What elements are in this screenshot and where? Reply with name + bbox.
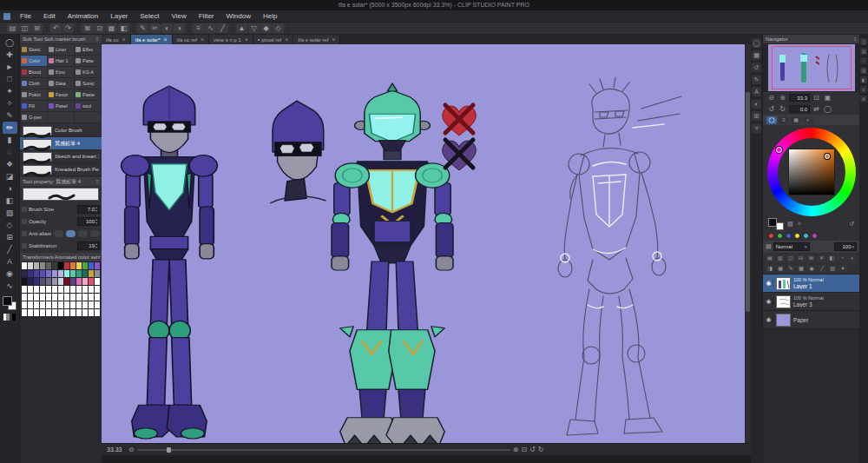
color-swatch[interactable] xyxy=(28,301,33,308)
layer-visibility-icon[interactable]: ◉ xyxy=(765,298,773,305)
blend-tool[interactable]: ◑ xyxy=(3,182,17,195)
nav-zoom-in-icon[interactable]: ⊕ xyxy=(778,94,787,102)
menu-help[interactable]: Help xyxy=(257,10,283,22)
nav-rotate-right-icon[interactable]: ↻ xyxy=(778,105,787,113)
color-swatch[interactable] xyxy=(58,309,63,316)
history-panel-icon[interactable]: ↺ xyxy=(752,63,761,72)
subtool-effec[interactable]: Effec xyxy=(75,44,101,55)
operation-tool[interactable]: ► xyxy=(3,61,17,73)
color-swatch[interactable] xyxy=(64,262,69,269)
fit-to-screen-icon[interactable]: ⊡ xyxy=(521,445,527,455)
swatch-panel-tab-icon[interactable]: ◧ xyxy=(860,76,867,83)
color-swatch[interactable] xyxy=(28,294,33,301)
layer-row[interactable]: ◉100 % NormalLayer 3 xyxy=(763,293,859,311)
color-swatch[interactable] xyxy=(89,270,94,277)
color-swatch[interactable] xyxy=(70,262,76,269)
nav-actual-size-icon[interactable]: ▣ xyxy=(823,94,832,102)
menu-window[interactable]: Window xyxy=(220,10,257,22)
color-swatch[interactable] xyxy=(70,278,76,285)
subtool-pasel[interactable]: Pasel xyxy=(48,101,74,111)
zoom-tool[interactable]: ◯ xyxy=(3,36,17,49)
subtool-liner[interactable]: Liner xyxy=(48,44,74,55)
subtool-cloth[interactable]: Cloth xyxy=(21,78,47,89)
ruler-tool[interactable]: ╱ xyxy=(3,243,17,255)
color-swatch[interactable] xyxy=(58,270,63,277)
color-swatch[interactable] xyxy=(64,294,69,301)
color-swatch[interactable] xyxy=(89,301,94,308)
color-panel-tab-icon[interactable]: ▧ xyxy=(860,67,867,74)
scrollbar-thumb[interactable] xyxy=(746,92,750,311)
color-swatch[interactable] xyxy=(52,270,57,277)
subtool-patte[interactable]: Patte xyxy=(75,56,101,66)
color-history-swatch[interactable] xyxy=(812,233,818,239)
reselect-icon[interactable]: ⊡ xyxy=(94,23,105,33)
subtool-data[interactable]: Data xyxy=(48,78,74,89)
color-swatch[interactable] xyxy=(82,309,88,316)
pen-mode-icon[interactable]: ✎ xyxy=(137,23,148,33)
gradient-tool[interactable]: ▨ xyxy=(3,207,17,219)
color-swatch[interactable] xyxy=(89,309,94,316)
layer-thumbnail[interactable] xyxy=(776,314,791,327)
color-swatch[interactable] xyxy=(34,262,39,269)
anti-aliasing-option[interactable] xyxy=(78,230,88,237)
anti-aliasing-option[interactable] xyxy=(66,230,76,237)
list-panel-icon[interactable]: ≡ xyxy=(752,123,761,133)
color-swatch[interactable] xyxy=(22,309,27,316)
color-swatch[interactable] xyxy=(76,278,82,285)
reference-layer-icon[interactable]: ▦ xyxy=(776,265,785,273)
navigator-tab[interactable]: Navigator xyxy=(766,35,788,43)
color-wheel[interactable] xyxy=(767,128,856,216)
color-swatch[interactable] xyxy=(76,262,82,269)
blend-mode-select[interactable]: Normal ▾ xyxy=(773,242,810,251)
tone-panel-icon[interactable]: ◐ xyxy=(752,99,761,109)
color-swatch[interactable] xyxy=(28,270,33,277)
nav-rotate-left-icon[interactable]: ↺ xyxy=(766,105,776,113)
delete-layer-icon[interactable]: ✕ xyxy=(817,255,825,262)
color-swatch[interactable] xyxy=(28,262,33,269)
layer-row[interactable]: ◉Paper xyxy=(763,311,859,329)
subtool-sonic[interactable]: Sonic xyxy=(75,78,101,89)
color-swatch[interactable] xyxy=(28,278,33,285)
layer-thumbnail[interactable] xyxy=(776,277,791,290)
snap-curve-icon[interactable]: ∿ xyxy=(205,23,216,33)
color-swatch[interactable] xyxy=(70,309,76,316)
menu-view[interactable]: View xyxy=(166,10,193,22)
snap-angle-icon[interactable]: ╱ xyxy=(217,23,228,33)
spinner-icon[interactable]: ▴▾ xyxy=(95,242,97,249)
nav-zoom-out-icon[interactable]: ⊖ xyxy=(766,94,776,102)
draft-layer-icon[interactable]: ✎ xyxy=(786,265,795,273)
lock-alpha-icon[interactable]: ▩ xyxy=(797,265,806,273)
color-swatch[interactable] xyxy=(52,309,57,316)
effect-layer-icon[interactable]: ✦ xyxy=(838,265,847,273)
color-swatch[interactable] xyxy=(64,278,69,285)
color-swatch[interactable] xyxy=(95,262,100,269)
color-slider-tab-icon[interactable]: ≡ xyxy=(779,116,789,124)
color-swatch[interactable] xyxy=(22,278,27,285)
param-value[interactable]: 19▴▾ xyxy=(77,241,100,250)
new-folder-icon[interactable]: ▥ xyxy=(776,255,785,262)
color-swatch[interactable] xyxy=(76,294,82,301)
color-swatch[interactable] xyxy=(70,270,76,277)
param-value[interactable]: 100▴▾ xyxy=(77,217,100,226)
zoom-out-icon[interactable]: ⊖ xyxy=(128,445,135,455)
menu-layer[interactable]: Layer xyxy=(104,10,134,22)
color-history-swatch[interactable] xyxy=(786,233,792,239)
chevron-down-icon[interactable]: ▾ xyxy=(97,253,100,261)
color-swatch[interactable] xyxy=(34,309,39,316)
main-color-swatch[interactable] xyxy=(768,218,777,227)
menu-select[interactable]: Select xyxy=(134,10,165,22)
color-swatch[interactable] xyxy=(46,286,51,293)
redo-icon[interactable]: ↷ xyxy=(62,23,74,33)
new-canvas-icon[interactable]: ▤ xyxy=(7,23,18,33)
subtool-hair-1[interactable]: Hair 1 xyxy=(48,56,74,66)
canvas-tab[interactable]: tfa e solar*× xyxy=(131,35,173,44)
brush-panel-icon[interactable]: ✎ xyxy=(752,75,761,84)
color-swatch[interactable] xyxy=(64,270,69,277)
sub-color-swatch[interactable] xyxy=(776,222,784,230)
color-swatch[interactable] xyxy=(40,301,45,308)
rotate-right-icon[interactable]: ↻ xyxy=(538,445,544,455)
rotate-view-icon[interactable]: ◐ xyxy=(161,23,173,33)
color-swatch[interactable] xyxy=(89,262,94,269)
clip-to-layer-icon[interactable]: ◨ xyxy=(766,265,774,273)
menu-filter[interactable]: Filter xyxy=(193,10,220,22)
